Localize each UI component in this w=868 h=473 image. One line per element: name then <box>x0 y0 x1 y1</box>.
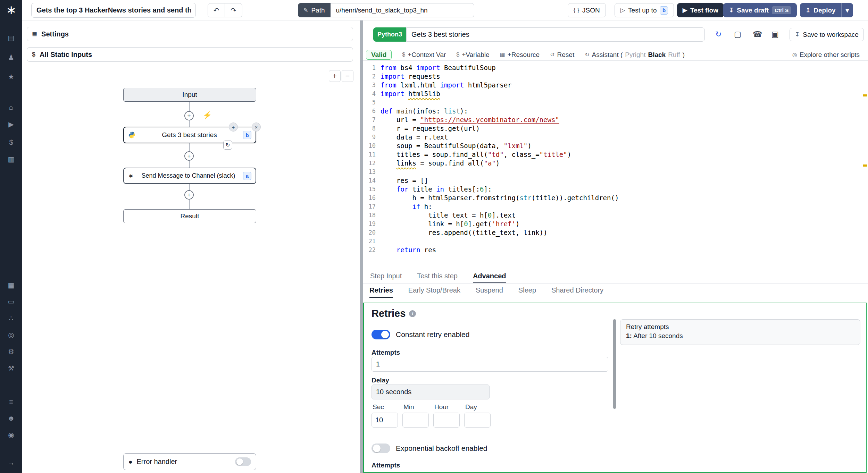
groups-icon[interactable]: ∴ <box>0 315 22 322</box>
undo-button[interactable]: ↶ <box>208 3 225 17</box>
code-line[interactable]: res.append((title_text, link)) <box>381 228 547 237</box>
flow-result-node[interactable]: Result <box>123 209 256 223</box>
code-line[interactable]: import requests <box>381 72 440 81</box>
code-line[interactable]: h = html5parser.fromstring(str(title)).g… <box>381 194 619 202</box>
schedules-icon[interactable]: ▦ <box>0 282 22 289</box>
delete-step-button[interactable]: × <box>252 123 261 132</box>
code-line[interactable]: title_text = h[0].text <box>381 211 516 220</box>
tab-test-this-step[interactable]: Test this step <box>417 270 458 283</box>
insert-step-button[interactable]: + <box>184 190 194 200</box>
tab-advanced[interactable]: Advanced <box>473 270 506 283</box>
add-variable-button[interactable]: $ +Variable <box>456 51 489 59</box>
valid-badge: Valid <box>366 50 392 60</box>
box-icon[interactable]: ▢ <box>734 30 741 39</box>
code-editor[interactable]: 12345678910111213141516171819202122 from… <box>363 61 863 269</box>
code-line[interactable]: def main(infos: list): <box>381 107 468 116</box>
deploy-button[interactable]: ↥ Deploy <box>800 3 841 17</box>
step-title-input[interactable] <box>406 27 705 42</box>
test-flow-button[interactable]: ▶ Test flow <box>677 3 724 17</box>
assistant-button[interactable]: ↻ Assistant (Pyright Black Ruff) <box>585 51 685 59</box>
delay-input[interactable] <box>372 385 490 399</box>
json-button[interactable]: { } JSON <box>568 3 606 17</box>
subtab-sleep[interactable]: Sleep <box>518 284 536 298</box>
reset-button[interactable]: ↺ Reset <box>550 51 574 59</box>
insert-step-button[interactable]: + <box>184 151 194 161</box>
code-line[interactable]: for title in titles[:6]: <box>381 185 492 194</box>
workers-icon[interactable]: ⚒ <box>0 365 22 372</box>
info-icon[interactable]: i <box>409 310 416 317</box>
add-context-var-button[interactable]: $ +Context Var <box>402 51 446 59</box>
path-control[interactable]: ✎ Path u/henri/send_to_slack_top3_hn <box>298 3 474 17</box>
lightning-icon[interactable]: ⚡ <box>203 111 212 119</box>
insert-step-button[interactable]: + <box>184 111 194 120</box>
code-line[interactable]: data = r.text <box>381 133 448 142</box>
subtab-early-stop-break[interactable]: Early Stop/Break <box>408 284 460 298</box>
expand-rail-icon[interactable]: → <box>0 459 22 466</box>
variables-icon[interactable]: $ <box>0 139 22 146</box>
deploy-caret-button[interactable]: ▾ <box>841 3 853 17</box>
zoom-in-button[interactable]: + <box>329 70 341 82</box>
error-handler-toggle[interactable] <box>235 457 251 466</box>
subtab-shared-directory[interactable]: Shared Directory <box>551 284 603 298</box>
windmill-logo[interactable]: ∗ <box>0 4 22 16</box>
time-sec-input[interactable] <box>372 413 398 428</box>
code-line[interactable]: link = h[0].get('href') <box>381 220 519 228</box>
subtab-suspend[interactable]: Suspend <box>476 284 503 298</box>
docs-icon[interactable]: ▤ <box>0 34 22 41</box>
code-line[interactable]: r = requests.get(url) <box>381 124 480 133</box>
documentation-icon[interactable]: ≡ <box>0 398 22 405</box>
time-min-input[interactable] <box>402 413 429 428</box>
code-line[interactable]: from bs4 import BeautifulSoup <box>381 64 496 72</box>
code-line[interactable]: titles = soup.find_all("td", class_="tit… <box>381 150 571 159</box>
sync-icon[interactable]: ↻ <box>715 30 721 39</box>
subtab-retries[interactable]: Retries <box>369 284 393 298</box>
flow-input-node[interactable]: Input <box>123 88 256 102</box>
phone-icon[interactable]: ☎ <box>753 30 762 39</box>
loop-icon[interactable]: ↻ <box>223 141 232 150</box>
scrollbar-thumb[interactable] <box>613 319 616 409</box>
time-unit-label: Hour <box>433 403 460 411</box>
code-line[interactable]: if h: <box>381 202 432 211</box>
zoom-out-button[interactable]: − <box>342 70 353 82</box>
time-hour-input[interactable] <box>433 413 460 428</box>
flow-name-input[interactable] <box>31 3 196 18</box>
move-step-handle[interactable]: + <box>229 123 238 132</box>
user-icon[interactable]: ♟ <box>0 54 22 61</box>
code-line[interactable]: from lxml.html import html5parser <box>381 81 512 90</box>
code-line[interactable]: links = soup.find_all("a") <box>381 159 500 168</box>
redo-button[interactable]: ↷ <box>225 3 242 17</box>
runs-icon[interactable]: ▶ <box>0 121 22 128</box>
add-resource-button[interactable]: ▦ +Resource <box>500 51 540 59</box>
constant-retry-toggle[interactable] <box>372 330 390 339</box>
save-to-workspace-button[interactable]: ↧ Save to workspace <box>790 28 864 41</box>
favorites-icon[interactable]: ★ <box>0 73 22 80</box>
panel-resize-handle[interactable] <box>360 20 363 473</box>
assistant-icon: ↻ <box>585 51 589 58</box>
exponential-backoff-toggle[interactable] <box>372 444 390 453</box>
attempts-input[interactable] <box>372 357 608 372</box>
folders-icon[interactable]: ▭ <box>0 298 22 305</box>
code-line[interactable]: res = [] <box>381 176 428 185</box>
editor-toolbar: Valid $ +Context Var $ +Variable ▦ +Reso… <box>363 49 868 61</box>
test-up-to-button[interactable]: ▷ Test up to b <box>615 3 674 17</box>
discord-icon[interactable]: ☻ <box>0 415 22 422</box>
code-line[interactable]: url = "https://news.ycombinator.com/news… <box>381 116 559 124</box>
home-icon[interactable]: ⌂ <box>0 104 22 111</box>
flow-step-node-a[interactable]: ∗ Send Message to Channel (slack) a <box>123 168 256 184</box>
github-icon[interactable]: ◉ <box>0 431 22 438</box>
trigger-icon[interactable]: ▣ <box>771 30 779 39</box>
workspace-settings-icon[interactable]: ⚙ <box>0 348 22 355</box>
time-day-input[interactable] <box>464 413 491 428</box>
audit-logs-icon[interactable]: ◎ <box>0 331 22 338</box>
flow-settings-button[interactable]: ≣ Settings <box>27 27 353 41</box>
explore-scripts-button[interactable]: ◎ Explore other scripts <box>792 51 860 59</box>
code-line[interactable]: import html5lib <box>381 90 440 98</box>
error-handler-node[interactable]: ● Error handler <box>123 453 256 470</box>
tab-step-input[interactable]: Step Input <box>370 270 402 283</box>
code-line[interactable]: soup = BeautifulSoup(data, "lxml") <box>381 142 532 150</box>
static-inputs-button[interactable]: $ All Static Inputs <box>27 47 353 62</box>
assistant-label: Assistant ( <box>592 51 623 59</box>
resources-icon[interactable]: ▥ <box>0 156 22 163</box>
save-draft-button[interactable]: ↧ Save draft Ctrl S <box>723 3 797 17</box>
code-line[interactable]: return res <box>381 246 436 254</box>
